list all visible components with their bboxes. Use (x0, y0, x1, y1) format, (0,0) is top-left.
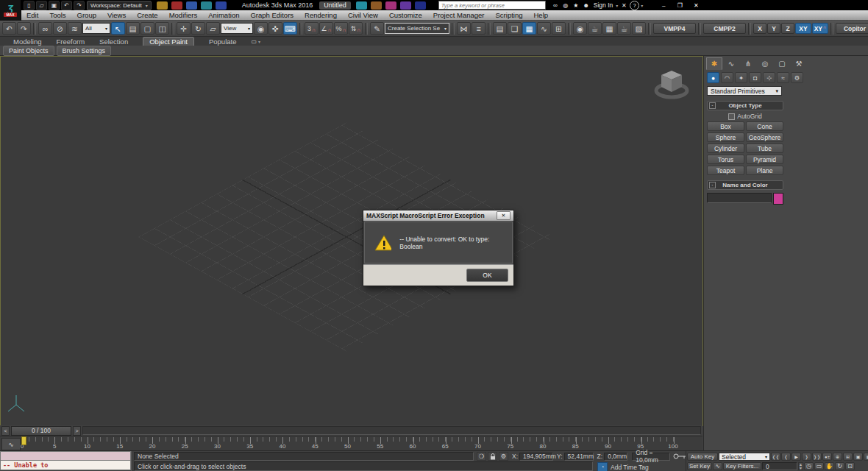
button-cylinder[interactable]: Cylinder (707, 144, 744, 153)
app-icon[interactable] (400, 1, 411, 10)
time-slider-previous-icon[interactable]: < (1, 426, 10, 436)
category-shapes-icon[interactable]: ◠ (721, 72, 733, 83)
named-selection-sets-dropdown[interactable]: Create Selection Se (385, 23, 449, 34)
previous-frame-button[interactable]: ❬ (781, 453, 791, 461)
mirror-icon[interactable]: ⋈ (457, 22, 471, 35)
key-mode-toggle[interactable]: ●± (822, 453, 832, 461)
button-teapot[interactable]: Teapot (707, 166, 744, 175)
ok-button[interactable]: OK (466, 269, 508, 282)
xy-plane-constraint-button[interactable]: XY (795, 23, 811, 34)
app-icon[interactable] (171, 1, 182, 10)
key-filters-button[interactable]: Key Filters... (723, 462, 761, 470)
curve-editor-icon[interactable]: ∿ (537, 22, 551, 35)
schematic-view-icon[interactable]: ⊞ (552, 22, 566, 35)
app-icon[interactable] (371, 1, 382, 10)
selection-lock-icon[interactable] (488, 452, 497, 461)
spinner-snap-toggle-icon[interactable]: ⇅ (349, 22, 363, 35)
exchange-apps-icon[interactable]: ✕ (619, 1, 628, 10)
menu-item[interactable]: Create (137, 11, 158, 19)
angle-snap-toggle-icon[interactable]: ∠ (319, 22, 333, 35)
cmpp2-button[interactable]: CMPP2 (703, 23, 746, 34)
time-slider-handle[interactable]: 0 / 100 (11, 426, 71, 436)
open-file-icon[interactable]: ▱ (36, 1, 47, 10)
zoom-icon[interactable]: ⊕ (833, 453, 842, 461)
menu-item[interactable]: Group (77, 11, 96, 19)
panel-tab-motion-icon[interactable]: ◎ (757, 57, 773, 70)
material-editor-icon[interactable]: ◉ (573, 22, 587, 35)
panel-tab-create-icon[interactable]: ✱ (706, 57, 722, 70)
keyboard-shortcut-override-icon[interactable]: ⌨ (283, 22, 297, 35)
app-icon[interactable] (201, 1, 212, 10)
zoom-extents-icon[interactable]: ▣ (853, 453, 863, 461)
button-plane[interactable]: Plane (746, 166, 783, 175)
snaps-toggle-icon[interactable]: 3 (305, 22, 319, 35)
viewcube[interactable] (652, 65, 691, 101)
button-pyramid[interactable]: Pyramid (746, 155, 783, 164)
frame-spinner[interactable]: ▲▼ (798, 462, 803, 470)
zoom-region-icon[interactable]: ▭ (814, 462, 824, 470)
ribbon-config-icon[interactable]: ▭▾ (251, 38, 260, 45)
time-slider-next-icon[interactable]: > (73, 426, 81, 436)
x-axis-constraint-button[interactable]: X (753, 23, 766, 34)
z-coordinate-field[interactable]: 0,0mm (604, 453, 627, 461)
align-icon[interactable]: ≡ (472, 22, 485, 35)
dialog-title-bar[interactable]: MAXScript MacroScript Error Exception ✕ (363, 210, 513, 221)
menu-item[interactable]: Views (107, 11, 126, 19)
favorites-star-icon[interactable]: ★ (572, 1, 580, 10)
menu-item[interactable]: Rendering (305, 11, 337, 19)
xy-snap-constraint-button[interactable]: XY (812, 23, 828, 34)
object-color-swatch[interactable] (773, 193, 783, 205)
y-axis-constraint-button[interactable]: Y (767, 23, 780, 34)
save-file-icon[interactable]: ▣ (49, 1, 60, 10)
sign-in-caret-icon[interactable]: ▾ (616, 3, 618, 8)
listener-pane[interactable]: -- Unable to (0, 461, 131, 470)
primitive-category-dropdown[interactable]: Standard Primitives (707, 86, 782, 96)
select-and-move-icon[interactable]: ✛ (177, 22, 191, 35)
category-systems-icon[interactable]: ⚙ (791, 72, 803, 83)
button-box[interactable]: Box (707, 121, 744, 131)
sign-in-label[interactable]: Sign In (594, 1, 613, 9)
y-coordinate-field[interactable]: 52,41mm (564, 453, 594, 461)
sign-in-user-icon[interactable]: ☻ (582, 1, 591, 10)
select-and-manipulate-icon[interactable]: ✜ (268, 22, 282, 35)
new-key-tangent-icon[interactable]: ∿ (713, 462, 722, 470)
scene-explorer-icon[interactable]: ❏ (508, 22, 522, 35)
menu-item[interactable]: Modifiers (169, 11, 198, 19)
menu-item[interactable]: Graph Editors (250, 11, 294, 19)
panel-tab-hierarchy-icon[interactable]: ⋔ (740, 57, 756, 70)
select-by-name-icon[interactable]: ▤ (126, 22, 140, 35)
ribbon-tab-freeform[interactable]: Freeform (57, 38, 85, 46)
menu-item[interactable]: Customize (389, 11, 422, 19)
use-pivot-point-center-icon[interactable]: ◉ (254, 22, 268, 35)
ribbon-tab-modeling[interactable]: Modeling (13, 38, 42, 46)
zoom-extents-all-icon[interactable]: ▦ (864, 453, 868, 461)
time-slider-track[interactable] (82, 426, 701, 435)
zoom-all-icon[interactable]: ⊞ (843, 453, 853, 461)
button-torus[interactable]: Torus (707, 155, 744, 164)
minimize-button[interactable]: – (655, 1, 672, 10)
redo-icon[interactable]: ↷ (17, 22, 31, 35)
button-tube[interactable]: Tube (746, 144, 783, 153)
application-menu-button[interactable]: Ʒ MAX (0, 0, 21, 21)
set-key-button[interactable]: Set Key (687, 462, 712, 470)
menu-item[interactable]: Animation (208, 11, 239, 19)
menu-item[interactable]: Scripting (496, 11, 523, 19)
ribbon-tab-populate[interactable]: Populate (209, 38, 237, 46)
bind-to-space-warp-icon[interactable]: ≋ (68, 22, 82, 35)
new-file-icon[interactable]: ▯ (24, 1, 35, 10)
rendered-frame-window-icon[interactable]: ▦ (602, 22, 616, 35)
track-bar[interactable]: ∿ 05101520253035404550556065707580859095… (0, 436, 702, 451)
selection-set-dropdown[interactable]: Selected (719, 453, 770, 461)
select-object-icon[interactable]: ↖ (111, 22, 125, 35)
unlink-selection-icon[interactable]: ⊘ (53, 22, 67, 35)
time-configuration-icon[interactable]: ◷ (804, 462, 814, 470)
rectangular-selection-region-icon[interactable]: ▢ (140, 22, 154, 35)
button-cone[interactable]: Cone (746, 121, 783, 131)
infocenter-search-input[interactable] (438, 1, 546, 10)
layer-explorer-icon[interactable]: ▤ (493, 22, 507, 35)
go-to-start-button[interactable]: ❬❬ (771, 453, 780, 461)
restore-button[interactable]: ❐ (672, 1, 688, 10)
category-spacewarps-icon[interactable]: ≈ (777, 72, 789, 83)
panel-tab-modify-icon[interactable]: ∿ (723, 57, 739, 70)
maxscript-mini-listener[interactable]: -- Unable to (0, 451, 132, 471)
